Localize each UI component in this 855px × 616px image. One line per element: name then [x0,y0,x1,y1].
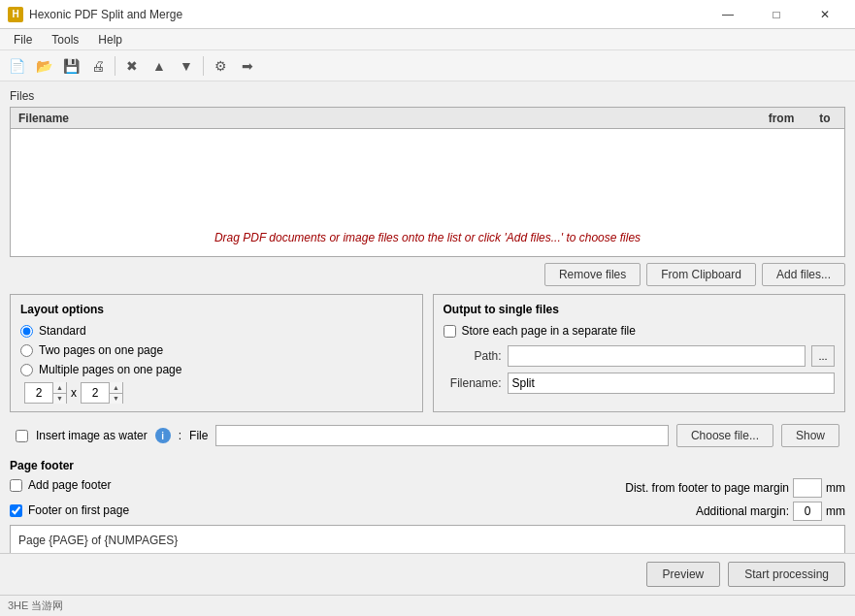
store-pages-row: Store each page in a separate file [444,324,836,338]
toolbar-delete[interactable]: ✖ [119,53,145,79]
layout-multiple-label: Multiple pages on one page [39,363,181,376]
filename-input[interactable] [508,373,836,394]
pages-grid-row: ▲ ▼ x ▲ ▼ [24,382,412,404]
menu-bar: File Tools Help [0,29,855,50]
remove-files-button[interactable]: Remove files [544,263,641,286]
footer-first-page-label: Footer on first page [28,503,129,517]
dist-input[interactable] [793,478,822,498]
menu-file[interactable]: File [4,31,42,49]
watermark-section: Insert image as water i : File Choose fi… [10,420,845,451]
choose-file-button[interactable]: Choose file... [676,424,773,447]
toolbar-open[interactable]: 📂 [31,53,56,79]
additional-input[interactable] [793,502,822,521]
layout-standard-label: Standard [39,324,86,338]
toolbar-settings[interactable]: ⚙ [208,53,233,79]
close-button[interactable]: ✕ [803,0,847,29]
cols-up-arrow[interactable]: ▲ [53,382,66,393]
start-processing-button[interactable]: Start processing [728,562,845,587]
files-label: Files [10,89,845,103]
rows-up-arrow[interactable]: ▲ [110,382,122,393]
footer-dist-controls: Dist. from footer to page margin mm Addi… [625,478,845,521]
show-button[interactable]: Show [781,424,839,447]
rows-down-arrow[interactable]: ▼ [110,393,122,405]
cols-down-arrow[interactable]: ▼ [53,393,66,405]
filename-row: Filename: [444,373,836,394]
grid-x-label: x [71,386,77,400]
col-from: from [757,112,806,125]
footer-first-page-checkbox[interactable] [10,504,22,517]
toolbar-sep-2 [203,56,204,76]
watermark-file-input[interactable] [215,425,669,446]
toolbar-save[interactable]: 💾 [58,53,83,79]
cols-input[interactable] [25,386,52,400]
store-pages-label: Store each page in a separate file [462,324,636,338]
footer-text-area[interactable]: Page {PAGE} of {NUMPAGES} [10,525,845,556]
footer-first-page-row: Footer on first page [10,503,129,517]
cols-spinner[interactable]: ▲ ▼ [24,382,67,404]
add-footer-checkbox[interactable] [10,479,22,492]
additional-label: Additional margin: [696,504,789,518]
status-bar: 3HE 当游网 [0,595,855,616]
output-title: Output to single files [444,303,836,316]
layout-multiple-row: Multiple pages on one page [20,363,412,376]
footer-text-content: Page {PAGE} of {NUMPAGES} [18,534,178,547]
store-pages-checkbox[interactable] [444,325,456,338]
layout-multiple-radio[interactable] [20,364,33,376]
menu-tools[interactable]: Tools [42,31,88,49]
watermark-checkbox[interactable] [16,430,28,442]
toolbar-print[interactable]: 🖨 [85,53,111,79]
menu-help[interactable]: Help [88,31,132,49]
dist-label: Dist. from footer to page margin [625,481,789,495]
add-footer-row: Add page footer [10,478,129,492]
watermark-colon: : [179,429,181,442]
app-icon: H [8,7,23,22]
cols-arrows: ▲ ▼ [52,382,66,404]
browse-button[interactable]: ... [811,345,835,367]
layout-two-pages-radio[interactable] [20,344,33,357]
watermark-file-label: File [189,429,208,442]
main-content: Files Filename from to Drag PDF document… [0,81,855,600]
footer-dist-row: Dist. from footer to page margin mm [625,478,845,498]
minimize-button[interactable]: — [706,0,750,29]
path-input[interactable] [508,345,806,367]
toolbar: 📄 📂 💾 🖨 ✖ ▲ ▼ ⚙ ➡ [0,50,855,81]
rows-input[interactable] [82,386,109,400]
dist-unit: mm [826,481,845,495]
add-footer-label: Add page footer [28,478,111,492]
files-table-header: Filename from to [11,108,844,129]
toolbar-export[interactable]: ➡ [235,53,260,79]
footer-checkboxes: Add page footer Footer on first page [10,478,129,525]
footer-title: Page footer [10,459,845,472]
window-controls: — □ ✕ [706,0,847,29]
rows-spinner[interactable]: ▲ ▼ [81,382,123,404]
col-filename: Filename [11,112,757,125]
options-row: Layout options Standard Two pages on one… [10,294,845,412]
toolbar-down[interactable]: ▼ [174,53,199,79]
layout-options-title: Layout options [20,303,412,316]
watermark-label: Insert image as water [36,429,148,442]
output-panel: Output to single files Store each page i… [433,294,846,412]
files-section: Files Filename from to Drag PDF document… [10,89,845,286]
toolbar-new[interactable]: 📄 [4,53,29,79]
layout-options-panel: Layout options Standard Two pages on one… [10,294,423,412]
footer-additional-row: Additional margin: mm [696,502,845,521]
app-title: Hexonic PDF Split and Merge [29,8,706,21]
bottom-bar: Preview Start processing [0,553,855,595]
rows-arrows: ▲ ▼ [109,382,122,404]
title-bar: H Hexonic PDF Split and Merge — □ ✕ [0,0,855,29]
from-clipboard-button[interactable]: From Clipboard [646,263,756,286]
preview-button[interactable]: Preview [646,562,721,587]
toolbar-sep-1 [115,56,115,76]
drag-hint: Drag PDF documents or image files onto t… [214,231,641,244]
layout-two-pages-label: Two pages on one page [39,343,163,357]
add-files-button[interactable]: Add files... [762,263,845,286]
maximize-button[interactable]: □ [754,0,799,29]
col-to: to [806,112,844,125]
toolbar-up[interactable]: ▲ [147,53,172,79]
watermark-info-icon[interactable]: i [155,428,171,443]
files-buttons: Remove files From Clipboard Add files... [10,263,845,286]
files-table: Filename from to Drag PDF documents or i… [10,107,845,257]
path-label: Path: [444,349,502,363]
layout-standard-radio[interactable] [20,325,33,338]
filename-label: Filename: [444,376,502,390]
